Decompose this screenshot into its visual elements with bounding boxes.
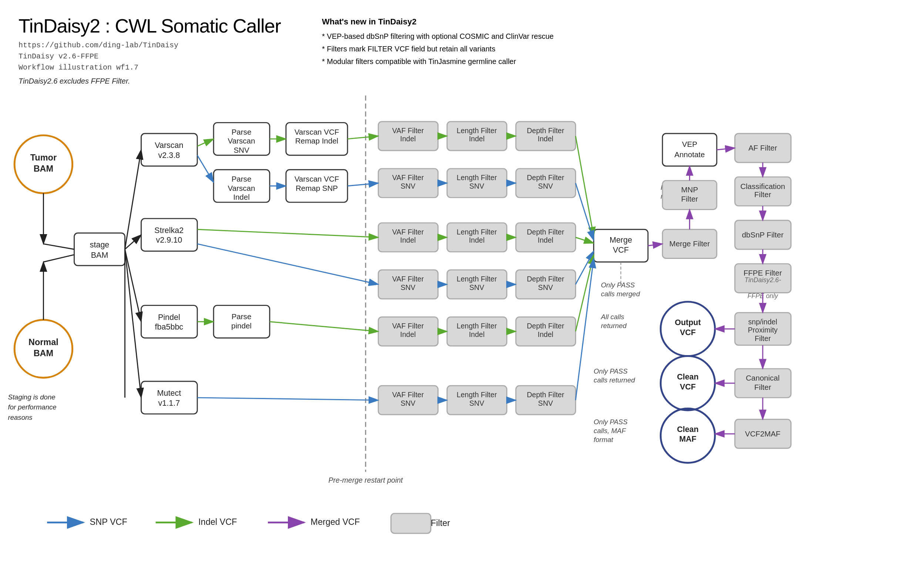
- svg-text:Parse: Parse: [232, 174, 252, 183]
- svg-text:stage: stage: [90, 240, 110, 249]
- svg-text:SNP VCF: SNP VCF: [90, 517, 127, 527]
- svg-text:snp/indel: snp/indel: [748, 318, 777, 326]
- svg-line-141: [575, 255, 594, 331]
- svg-text:Indel: Indel: [233, 193, 250, 201]
- svg-line-130: [197, 398, 378, 400]
- svg-text:Merge: Merge: [609, 235, 632, 245]
- svg-line-49: [197, 155, 213, 182]
- whats-new-item-2: * Filters mark FILTER VCF field but reta…: [322, 42, 554, 55]
- svg-text:Indel: Indel: [469, 330, 485, 338]
- svg-line-17: [43, 244, 74, 249]
- svg-text:Filter: Filter: [754, 334, 771, 343]
- svg-text:Depth Filter: Depth Filter: [527, 126, 565, 135]
- svg-text:VAF Filter: VAF Filter: [392, 322, 424, 330]
- whats-new-section: What's new in TinDaisy2 * VEP-based dbSn…: [322, 15, 554, 68]
- svg-line-82: [347, 183, 378, 186]
- svg-text:calls merged: calls merged: [601, 290, 640, 298]
- svg-text:Varscan VCF: Varscan VCF: [294, 127, 339, 136]
- svg-text:Depth Filter: Depth Filter: [527, 391, 565, 399]
- svg-line-34: [125, 249, 141, 322]
- svg-text:Filter: Filter: [681, 195, 698, 203]
- svg-text:Indel: Indel: [538, 330, 553, 338]
- svg-text:Annotate: Annotate: [674, 150, 704, 159]
- svg-text:v1.1.7: v1.1.7: [158, 399, 180, 408]
- svg-text:Filter: Filter: [754, 190, 771, 198]
- svg-text:Filter: Filter: [754, 383, 771, 391]
- svg-text:FFPE Filter: FFPE Filter: [743, 269, 782, 277]
- svg-text:AF Filter: AF Filter: [748, 143, 777, 152]
- svg-text:Indel: Indel: [469, 236, 485, 244]
- svg-text:Proximity: Proximity: [748, 326, 778, 334]
- svg-text:v2.3.8: v2.3.8: [158, 151, 180, 160]
- svg-text:VAF Filter: VAF Filter: [392, 126, 424, 135]
- svg-text:Length Filter: Length Filter: [457, 174, 497, 182]
- svg-text:Length Filter: Length Filter: [457, 391, 497, 399]
- svg-text:All calls: All calls: [601, 313, 624, 321]
- svg-text:SNV: SNV: [469, 182, 484, 190]
- svg-text:Pre-merge restart point: Pre-merge restart point: [329, 476, 404, 484]
- svg-line-118: [270, 322, 378, 331]
- svg-text:for performance: for performance: [8, 403, 57, 411]
- svg-text:Mutect: Mutect: [157, 389, 181, 398]
- svg-line-35: [125, 249, 141, 398]
- svg-text:Tumor: Tumor: [30, 153, 57, 162]
- svg-text:VCF: VCF: [613, 246, 629, 255]
- svg-text:Remap SNP: Remap SNP: [296, 184, 338, 192]
- svg-text:SNV: SNV: [401, 283, 415, 292]
- svg-text:Parse: Parse: [232, 127, 252, 136]
- svg-text:Indel: Indel: [469, 135, 485, 143]
- svg-text:Length Filter: Length Filter: [457, 322, 497, 330]
- svg-text:SNV: SNV: [538, 182, 553, 190]
- diagram-svg: Tumor BAM Normal BAM Staging is done for…: [0, 66, 924, 566]
- svg-text:SNV: SNV: [401, 399, 415, 407]
- whats-new-title: What's new in TinDaisy2: [322, 15, 554, 29]
- svg-text:calls, MAF: calls, MAF: [594, 427, 626, 435]
- svg-text:Clean: Clean: [677, 372, 699, 381]
- svg-text:VAF Filter: VAF Filter: [392, 174, 424, 182]
- svg-text:pindel: pindel: [231, 321, 252, 330]
- whats-new-item-3: * Modular filters compatible with TinJas…: [322, 55, 554, 68]
- svg-line-94: [197, 229, 378, 237]
- svg-text:VCF: VCF: [680, 382, 696, 391]
- svg-text:Indel VCF: Indel VCF: [198, 517, 237, 527]
- svg-text:Output: Output: [675, 318, 701, 327]
- svg-text:TinDaisy2.6-: TinDaisy2.6-: [745, 276, 781, 284]
- svg-text:Pindel: Pindel: [158, 313, 180, 322]
- svg-text:Varscan: Varscan: [155, 141, 183, 150]
- svg-text:Staging is done: Staging is done: [8, 393, 55, 401]
- svg-text:SNV: SNV: [538, 399, 553, 407]
- svg-text:SNV: SNV: [538, 283, 553, 292]
- svg-text:SNV: SNV: [469, 399, 484, 407]
- svg-text:VAF Filter: VAF Filter: [392, 275, 424, 283]
- svg-text:Indel: Indel: [538, 135, 553, 143]
- svg-text:Depth Filter: Depth Filter: [527, 322, 565, 330]
- svg-text:v2.9.10: v2.9.10: [156, 235, 183, 245]
- svg-line-161: [717, 148, 735, 150]
- svg-text:Parse: Parse: [232, 312, 252, 321]
- svg-text:VCF: VCF: [680, 328, 696, 337]
- svg-text:BAM: BAM: [34, 348, 53, 358]
- svg-text:Clean: Clean: [677, 425, 699, 434]
- svg-line-106: [197, 244, 378, 284]
- svg-text:Length Filter: Length Filter: [457, 126, 497, 135]
- svg-text:dbSnP Filter: dbSnP Filter: [742, 230, 784, 239]
- svg-text:Classification: Classification: [740, 182, 785, 190]
- svg-text:SNV: SNV: [234, 146, 249, 154]
- svg-text:VEP: VEP: [682, 140, 697, 148]
- svg-text:Indel: Indel: [400, 135, 415, 143]
- svg-text:reasons: reasons: [8, 414, 32, 421]
- svg-text:MAF: MAF: [679, 435, 696, 443]
- svg-text:Indel: Indel: [538, 236, 553, 244]
- svg-text:Indel: Indel: [400, 330, 415, 338]
- svg-text:SNV: SNV: [469, 283, 484, 292]
- svg-text:returned: returned: [601, 322, 627, 330]
- svg-line-139: [575, 237, 594, 243]
- svg-text:Length Filter: Length Filter: [457, 228, 497, 236]
- page-container: TinDaisy2 : CWL Somatic Caller https://g…: [0, 0, 924, 577]
- svg-text:Depth Filter: Depth Filter: [527, 174, 565, 182]
- svg-text:VAF Filter: VAF Filter: [392, 228, 424, 236]
- svg-text:Only PASS: Only PASS: [601, 281, 635, 289]
- svg-text:Depth Filter: Depth Filter: [527, 228, 565, 236]
- svg-text:Indel: Indel: [400, 236, 415, 244]
- svg-text:Merged VCF: Merged VCF: [310, 517, 360, 527]
